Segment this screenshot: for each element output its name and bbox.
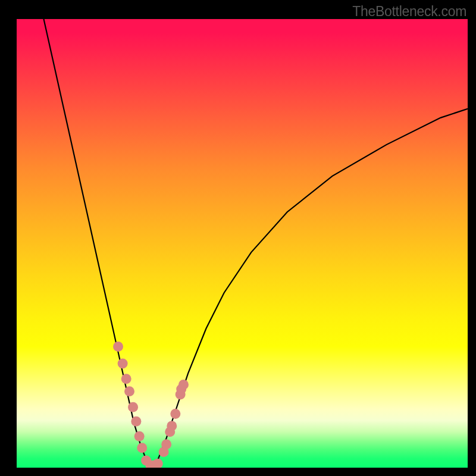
marker-point	[153, 459, 163, 468]
marker-point	[137, 443, 147, 453]
watermark-text: TheBottleneck.com	[352, 4, 466, 20]
marker-point	[118, 359, 128, 369]
marker-point	[113, 342, 123, 352]
curve-left-branch	[43, 19, 152, 468]
marker-point	[131, 416, 141, 427]
marker-point	[134, 431, 145, 441]
marker-point	[161, 439, 171, 449]
marker-point	[170, 409, 180, 419]
marker-point	[178, 380, 189, 390]
curve-right-branch	[152, 109, 468, 468]
marker-point	[124, 386, 134, 396]
chart-frame: TheBottleneck.com	[0, 0, 476, 476]
marker-point	[128, 402, 138, 412]
chart-overlay	[17, 19, 468, 468]
plot-area	[17, 19, 468, 468]
marker-point	[167, 421, 177, 431]
marker-point	[121, 374, 131, 384]
